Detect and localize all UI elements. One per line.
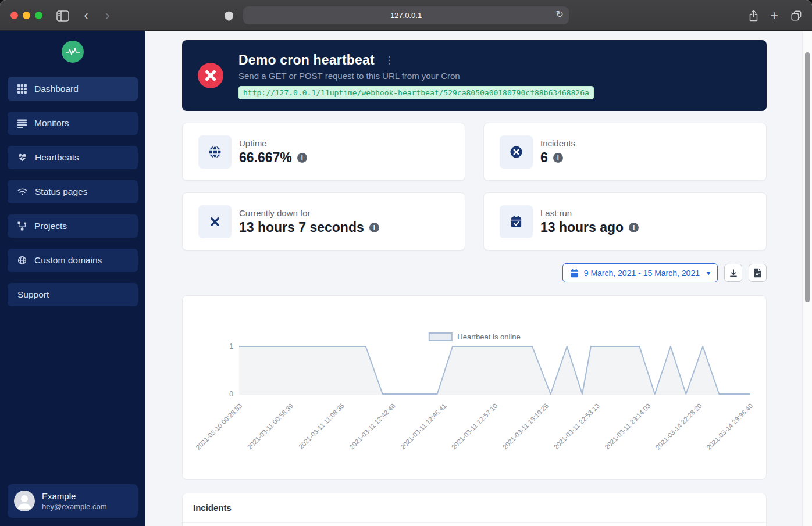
x-tick-label: 2021-03-10 00:28:53 xyxy=(194,402,243,451)
last-run-card: Last run 13 hours ago i xyxy=(483,192,767,251)
download-csv-button[interactable] xyxy=(724,264,742,282)
page-subtitle: Send a GET or POST request to this URL f… xyxy=(238,71,594,81)
x-tick-label: 2021-03-11 11:08:35 xyxy=(297,402,346,450)
date-range-picker[interactable]: 9 March, 2021 - 15 March, 2021 ▾ xyxy=(562,263,718,282)
tab-overview-icon[interactable] xyxy=(789,8,804,23)
x-tick-label: 2021-03-11 23:14:03 xyxy=(603,402,651,450)
sidebar-item-label: Status pages xyxy=(35,187,87,197)
sidebar-item-heartbeats[interactable]: Heartbeats xyxy=(8,146,138,169)
address-bar[interactable]: 127.0.0.1 ↻ xyxy=(243,6,569,24)
heart-pulse-icon xyxy=(17,153,27,162)
chart-legend[interactable]: Heartbeat is online xyxy=(428,332,520,341)
x-tick-label: 2021-03-11 22:53:13 xyxy=(553,402,601,450)
x-tick-label: 2021-03-11 12:42:48 xyxy=(348,402,396,450)
stat-label: Incidents xyxy=(540,138,575,148)
calendar-check-icon xyxy=(500,205,533,238)
webhook-url[interactable]: http://127.0.0.1/11uptime/webhook-heartb… xyxy=(238,86,594,99)
y-tick-label: 0 xyxy=(229,390,233,398)
x-tick-label: 2021-03-14 22:28:20 xyxy=(654,402,703,451)
sidebar-item-label: Custom domains xyxy=(34,255,102,266)
user-profile[interactable]: Example hey@example.com xyxy=(8,484,138,518)
reload-icon[interactable]: ↻ xyxy=(556,9,564,20)
avatar xyxy=(14,491,35,511)
x-tick-label: 2021-03-11 12:57:10 xyxy=(450,402,498,450)
address-url: 127.0.0.1 xyxy=(390,11,422,20)
sidebar-item-projects[interactable]: Projects xyxy=(8,214,138,238)
close-window-button[interactable] xyxy=(10,12,18,19)
stat-value: 66.667% xyxy=(239,150,292,166)
info-icon[interactable]: i xyxy=(297,153,307,163)
status-down-icon xyxy=(198,63,223,88)
stat-value: 13 hours ago xyxy=(540,220,624,235)
scrollbar-thumb[interactable] xyxy=(805,52,810,302)
x-tick-label: 2021-03-11 12:46:41 xyxy=(399,402,447,450)
sidebar-item-label: Projects xyxy=(34,221,67,231)
sidebar-item-support[interactable]: Support xyxy=(8,283,138,306)
user-name: Example xyxy=(42,491,106,501)
x-mark-icon xyxy=(198,205,232,238)
incidents-card: Incidents 6 i xyxy=(483,123,767,181)
sidebar-item-dashboard[interactable]: Dashboard xyxy=(8,77,138,101)
sidebar-toggle-icon[interactable] xyxy=(55,8,70,23)
stat-value: 6 xyxy=(540,150,548,166)
calendar-icon xyxy=(570,269,579,278)
main-content: Demo cron heartbeat ⋮ Send a GET or POST… xyxy=(145,31,812,526)
legend-label: Heartbeat is online xyxy=(457,332,520,341)
stat-label: Uptime xyxy=(239,138,307,148)
y-tick-label: 1 xyxy=(229,342,233,350)
legend-swatch xyxy=(428,332,452,341)
user-email: hey@example.com xyxy=(42,502,106,511)
page-title: Demo cron heartbeat xyxy=(238,52,375,68)
date-range-label: 9 March, 2021 - 15 March, 2021 xyxy=(584,269,700,278)
share-icon[interactable] xyxy=(746,8,761,23)
grid-icon xyxy=(17,84,27,94)
stats-grid: Uptime 66.667% i Incidents 6 i xyxy=(182,123,767,251)
sidebar-item-label: Dashboard xyxy=(34,84,79,94)
pdf-file-icon xyxy=(753,268,762,278)
uptime-card: Uptime 66.667% i xyxy=(182,123,465,181)
download-icon xyxy=(729,269,738,278)
zoom-window-button[interactable] xyxy=(35,12,42,19)
chart-toolbar: 9 March, 2021 - 15 March, 2021 ▾ xyxy=(182,263,767,282)
stat-value: 13 hours 7 seconds xyxy=(239,220,364,235)
circle-x-icon xyxy=(500,135,533,169)
window-controls xyxy=(10,12,42,19)
rows-icon xyxy=(17,119,27,128)
info-icon[interactable]: i xyxy=(629,223,639,232)
x-tick-label: 2021-03-11 00:58:39 xyxy=(246,402,294,450)
globe-icon xyxy=(17,256,27,265)
wifi-icon xyxy=(17,188,27,196)
sidebar-item-label: Support xyxy=(17,289,49,300)
stat-label: Last run xyxy=(540,208,639,218)
app-window: ‹ › 127.0.0.1 ↻ + xyxy=(0,0,812,526)
currently-down-card: Currently down for 13 hours 7 seconds i xyxy=(182,192,465,251)
globe-solid-icon xyxy=(198,135,232,169)
heartbeat-header-card: Demo cron heartbeat ⋮ Send a GET or POST… xyxy=(182,40,767,111)
heartbeat-area-chart: 012021-03-10 00:28:532021-03-11 00:58:39… xyxy=(183,296,767,480)
back-button[interactable]: ‹ xyxy=(79,8,94,23)
heartbeat-chart-card: 012021-03-10 00:28:532021-03-11 00:58:39… xyxy=(182,295,767,480)
sidebar-item-status-pages[interactable]: Status pages xyxy=(8,180,138,203)
sitemap-icon xyxy=(17,221,27,231)
incidents-title: Incidents xyxy=(183,493,766,523)
forward-button[interactable]: › xyxy=(100,8,115,23)
sidebar-item-custom-domains[interactable]: Custom domains xyxy=(8,249,138,272)
browser-titlebar: ‹ › 127.0.0.1 ↻ + xyxy=(0,0,812,31)
stat-label: Currently down for xyxy=(239,208,379,218)
incidents-card: Incidents xyxy=(182,493,767,526)
sidebar-item-label: Monitors xyxy=(34,118,69,128)
info-icon[interactable]: i xyxy=(553,153,563,163)
sidebar-nav: Dashboard Monitors Heartbeats xyxy=(0,77,145,306)
x-tick-label: 2021-03-14 23:36:40 xyxy=(705,402,754,451)
sidebar-item-label: Heartbeats xyxy=(35,152,79,163)
info-icon[interactable]: i xyxy=(369,223,379,232)
app-logo[interactable] xyxy=(62,41,84,63)
minimize-window-button[interactable] xyxy=(23,12,30,19)
chevron-down-icon: ▾ xyxy=(707,269,710,277)
export-pdf-button[interactable] xyxy=(749,264,767,282)
new-tab-icon[interactable]: + xyxy=(767,8,782,23)
x-tick-label: 2021-03-11 13:10:25 xyxy=(501,402,550,450)
kebab-menu-icon[interactable]: ⋮ xyxy=(384,54,394,66)
privacy-shield-icon[interactable] xyxy=(221,9,236,24)
sidebar-item-monitors[interactable]: Monitors xyxy=(8,112,138,135)
